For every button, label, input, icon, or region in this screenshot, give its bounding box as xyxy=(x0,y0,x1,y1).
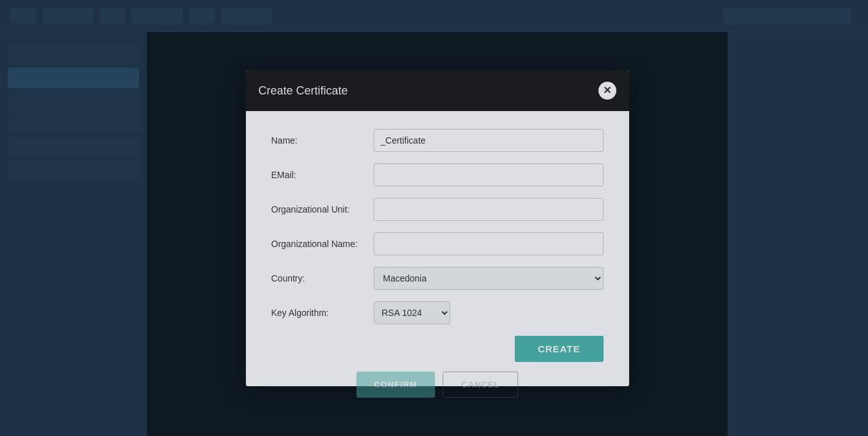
sidebar-item-6 xyxy=(8,160,139,180)
key-algo-field-row: Key Algorithm: RSA 1024 RSA 2048 RSA 409… xyxy=(271,301,604,324)
key-algo-label: Key Algorithm: xyxy=(271,308,374,318)
country-field-row: Country: Macedonia United States United … xyxy=(271,267,604,290)
name-label: Name: xyxy=(271,135,374,146)
create-certificate-modal: Create Certificate ✕ Name: EMail: xyxy=(246,70,629,386)
modal-close-button[interactable]: ✕ xyxy=(598,82,616,100)
nav-item-4 xyxy=(132,8,183,24)
bottom-buttons-area: CONFIRM CANCEL xyxy=(356,372,519,398)
name-input[interactable] xyxy=(374,129,604,152)
org-unit-input[interactable] xyxy=(374,198,604,221)
sidebar-item-2 xyxy=(8,68,139,88)
create-button[interactable]: CREATE xyxy=(515,336,604,362)
email-input[interactable] xyxy=(374,163,604,186)
sidebar-item-4 xyxy=(8,114,139,134)
country-select[interactable]: Macedonia United States United Kingdom G… xyxy=(374,267,604,290)
main-area: Create Certificate ✕ Name: EMail: xyxy=(0,32,868,436)
nav-item-5 xyxy=(189,8,215,24)
org-name-field-row: Organizational Name: xyxy=(271,232,604,255)
country-label: Country: xyxy=(271,273,374,283)
search-bar xyxy=(724,8,851,24)
org-unit-field-row: Organizational Unit: xyxy=(271,198,604,221)
nav-item-3 xyxy=(100,8,125,24)
modal-header: Create Certificate ✕ xyxy=(246,70,629,111)
top-bar xyxy=(0,0,868,32)
name-field-row: Name: xyxy=(271,129,604,152)
right-panel xyxy=(727,32,868,436)
nav-item-1 xyxy=(10,8,36,24)
content-area: Create Certificate ✕ Name: EMail: xyxy=(147,32,727,436)
email-label: EMail: xyxy=(271,170,374,180)
org-unit-label: Organizational Unit: xyxy=(271,204,374,214)
sidebar-item-5 xyxy=(8,137,139,157)
nav-item-2 xyxy=(42,8,93,24)
org-name-input[interactable] xyxy=(374,232,604,255)
modal-footer: CREATE xyxy=(271,336,604,367)
modal-title: Create Certificate xyxy=(259,84,348,98)
cancel-button[interactable]: CANCEL xyxy=(443,372,518,398)
sidebar-item-3 xyxy=(8,91,139,111)
org-name-label: Organizational Name: xyxy=(271,239,374,249)
email-field-row: EMail: xyxy=(271,163,604,186)
sidebar xyxy=(0,32,147,436)
confirm-button[interactable]: CONFIRM xyxy=(356,372,436,398)
sidebar-item-1 xyxy=(8,45,139,65)
key-algo-select[interactable]: RSA 1024 RSA 2048 RSA 4096 DSA 1024 ECDS… xyxy=(374,301,450,324)
modal-body: Name: EMail: Organizational Unit: xyxy=(246,111,629,386)
nav-item-6 xyxy=(221,8,272,24)
